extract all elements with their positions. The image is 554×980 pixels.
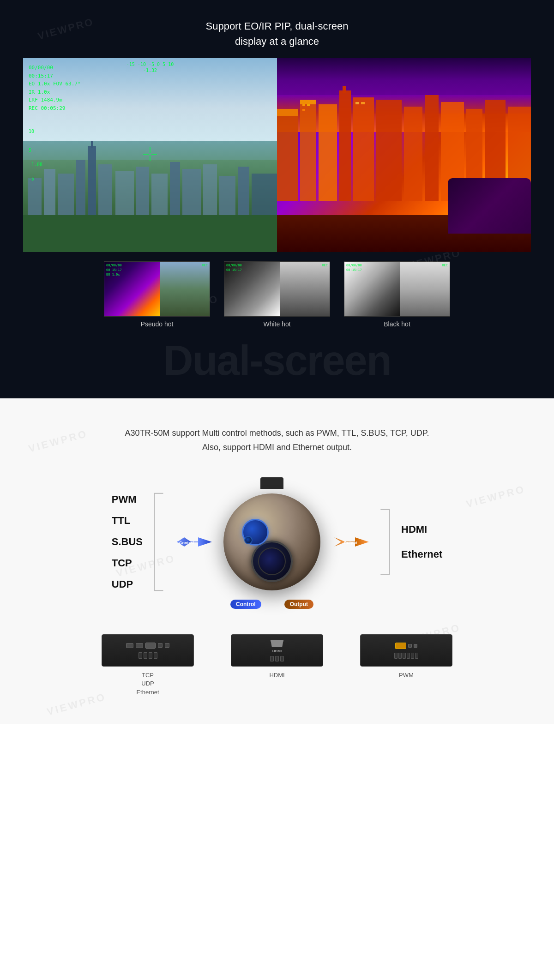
- svg-text:Control: Control: [179, 541, 194, 545]
- left-arrow-svg: Control: [175, 533, 212, 551]
- camera-sphere: [223, 493, 320, 590]
- hardware-pwm-label: PWM: [399, 671, 414, 679]
- svg-rect-24: [343, 86, 346, 93]
- svg-rect-4: [88, 146, 96, 224]
- label-hdmi: HDMI: [401, 523, 442, 535]
- label-udp: UDP: [112, 578, 143, 590]
- eo-display: 00/00/00 00:15:17 EO 1.0x FOV 63.7° IR 1…: [23, 58, 277, 252]
- hardware-tcp-udp: TCP UDP Ethernet: [102, 634, 194, 697]
- control-diagram: PWM TTL S.BUS TCP UDP: [23, 473, 531, 611]
- svg-rect-32: [404, 107, 422, 201]
- crosshair: [143, 147, 157, 163]
- camera-center: Control Output: [212, 473, 332, 611]
- control-desc-1: A30TR-50M support Multi control methods,…: [23, 426, 531, 440]
- pwm-ports: [394, 643, 418, 659]
- right-panel: Output HDMI Ethernet: [332, 507, 442, 577]
- svg-rect-28: [302, 109, 305, 111]
- dual-screen-title: Support EO/IR PIP, dual-screen display a…: [0, 18, 554, 49]
- svg-rect-31: [376, 100, 402, 201]
- label-pwm: PWM: [112, 493, 143, 505]
- hud-scale: -15 -10 -5 0 5 10 -1.32: [126, 62, 174, 73]
- label-tcp: TCP: [112, 557, 143, 569]
- label-sbus: S.BUS: [112, 536, 143, 548]
- svg-rect-30: [361, 102, 365, 104]
- svg-rect-21: [300, 100, 316, 201]
- svg-rect-38: [277, 109, 298, 116]
- right-bracket-svg: [376, 507, 394, 577]
- thumb-white-hot: 00/00/0000:15:17 REC White hot: [224, 261, 330, 328]
- svg-text:Output: Output: [343, 541, 357, 545]
- hud-rec: REC 00:05:29: [29, 104, 65, 113]
- bg-text-area: Dual-screen: [0, 332, 554, 398]
- svg-rect-20: [277, 109, 298, 201]
- small-lens: [244, 536, 253, 544]
- label-ttl: TTL: [112, 515, 143, 527]
- hardware-row: TCP UDP Ethernet HDMI HDMI: [23, 625, 531, 697]
- hardware-tcp-label: TCP UDP Ethernet: [136, 671, 159, 697]
- svg-rect-5: [91, 141, 93, 148]
- thumb-pseudo-hot: 00/00/0000:15:17EO 1.0x REC Pseudo hot: [104, 261, 210, 328]
- label-ethernet: Ethernet: [401, 548, 442, 560]
- badge-row: Control Output: [230, 600, 313, 609]
- left-bracket-svg: [150, 491, 168, 593]
- hardware-box-hdmi: HDMI: [231, 634, 323, 667]
- svg-rect-3: [76, 160, 85, 224]
- ir-display: [277, 58, 531, 252]
- hud-ruler: 10 5 -1.08 -5: [29, 129, 42, 181]
- camera-top-mount: [260, 477, 283, 489]
- hardware-hdmi-label: HDMI: [269, 671, 284, 679]
- svg-rect-26: [302, 104, 305, 106]
- right-labels: HDMI Ethernet: [401, 523, 442, 560]
- thumb-pseudo-img: 00/00/0000:15:17EO 1.0x REC: [104, 261, 210, 317]
- tcp-ports: [126, 643, 169, 659]
- svg-rect-25: [353, 97, 374, 201]
- control-desc-2: Also, support HDMI and Ethernet output.: [23, 440, 531, 455]
- thumb-pseudo-label: Pseudo hot: [141, 320, 174, 328]
- thumbnail-row: 00/00/0000:15:17EO 1.0x REC Pseudo hot 0…: [23, 252, 531, 332]
- svg-rect-22: [319, 104, 337, 201]
- dual-screen-header: Support EO/IR PIP, dual-screen display a…: [0, 0, 554, 58]
- badge-output: Output: [284, 600, 313, 609]
- left-labels: PWM TTL S.BUS TCP UDP: [112, 493, 143, 590]
- right-arrow-svg: Output: [332, 533, 369, 551]
- hardware-pwm: PWM: [360, 634, 452, 697]
- thumb-white-label: White hot: [263, 320, 290, 328]
- control-header: A30TR-50M support Multi control methods,…: [23, 426, 531, 454]
- thumb-black-label: Black hot: [384, 320, 410, 328]
- svg-rect-33: [425, 95, 439, 201]
- hud-info: 00/00/00 00:15:17 EO 1.0x FOV 63.7° IR 1…: [29, 64, 81, 104]
- hardware-hdmi: HDMI HDMI: [231, 634, 323, 697]
- thumb-black-img: 00/00/0000:15:17 REC: [344, 261, 450, 317]
- ir-lens: [251, 541, 293, 582]
- hdmi-ports: HDMI: [270, 640, 284, 661]
- svg-rect-23: [339, 90, 351, 201]
- svg-marker-41: [198, 537, 212, 547]
- left-panel: PWM TTL S.BUS TCP UDP: [112, 491, 212, 593]
- svg-rect-29: [355, 102, 359, 104]
- hardware-box-tcp: [102, 634, 194, 667]
- thumb-black-hot: 00/00/0000:15:17 REC Black hot: [344, 261, 450, 328]
- thumb-white-img: 00/00/0000:15:17 REC: [224, 261, 330, 317]
- bg-text: Dual-screen: [163, 337, 391, 384]
- section-dual-screen: VIEWPRO VIEWPRO VIEWPRO VIEWPRO VIEWPRO …: [0, 0, 554, 398]
- svg-rect-27: [307, 104, 310, 106]
- badge-control: Control: [230, 600, 261, 609]
- svg-rect-39: [300, 100, 316, 104]
- section-control: VIEWPRO VIEWPRO VIEWPRO VIEWPRO VIEWPRO …: [0, 398, 554, 724]
- main-display: 00/00/00 00:15:17 EO 1.0x FOV 63.7° IR 1…: [23, 58, 531, 252]
- hardware-box-pwm: [360, 634, 452, 667]
